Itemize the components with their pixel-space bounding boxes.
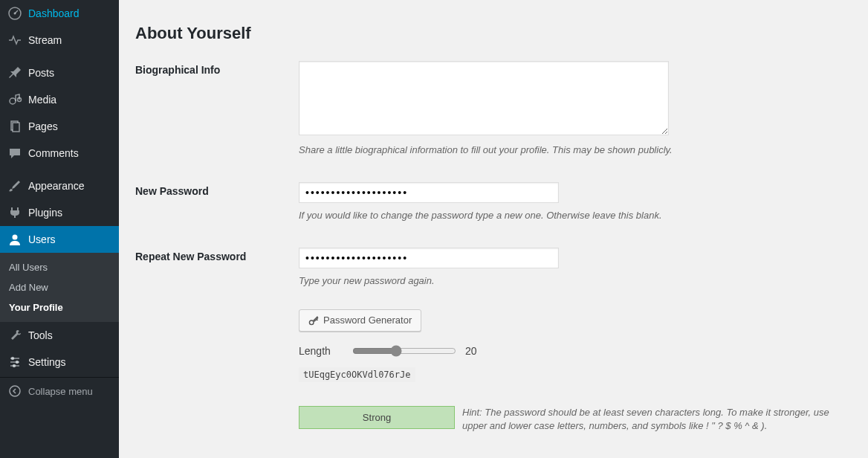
new-password-input[interactable] — [299, 182, 559, 203]
new-password-row: New Password If you would like to change… — [135, 182, 852, 222]
sidebar-item-plugins[interactable]: Plugins — [0, 199, 119, 226]
stream-icon — [7, 33, 22, 48]
collapse-label: Collapse menu — [28, 386, 93, 397]
length-value: 20 — [465, 345, 477, 357]
bio-description: Share a little biographical information … — [299, 143, 852, 157]
sidebar-item-label: Comments — [28, 147, 79, 159]
repeat-password-row: Repeat New Password Type your new passwo… — [135, 248, 852, 433]
brush-icon — [7, 178, 22, 193]
sidebar-item-label: Plugins — [28, 207, 62, 219]
bio-textarea[interactable] — [299, 61, 669, 135]
sidebar-item-label: Media — [28, 94, 56, 106]
sidebar-item-label: Posts — [28, 67, 54, 79]
new-password-label: New Password — [135, 182, 299, 197]
svg-point-1 — [14, 13, 16, 15]
svg-point-9 — [13, 365, 16, 367]
repeat-password-label: Repeat New Password — [135, 248, 299, 262]
svg-rect-5 — [13, 123, 19, 132]
sidebar-item-appearance[interactable]: Appearance — [0, 172, 119, 199]
sidebar-item-stream[interactable]: Stream — [0, 27, 119, 54]
svg-point-2 — [10, 98, 16, 104]
sidebar-item-posts[interactable]: Posts — [0, 59, 119, 86]
media-icon — [7, 92, 22, 107]
sidebar-item-settings[interactable]: Settings — [0, 349, 119, 375]
new-password-description: If you would like to change the password… — [299, 209, 852, 222]
generator-button-label: Password Generator — [323, 315, 412, 326]
collapse-icon — [7, 384, 22, 399]
pin-icon — [7, 65, 22, 80]
svg-point-11 — [309, 320, 314, 325]
length-row: Length 20 — [299, 345, 852, 357]
svg-point-10 — [10, 386, 20, 396]
sidebar-item-label: Dashboard — [28, 7, 80, 19]
sidebar-item-media[interactable]: Media — [0, 86, 119, 113]
svg-point-8 — [16, 361, 19, 364]
svg-point-7 — [12, 358, 14, 360]
sidebar-item-tools[interactable]: Tools — [0, 322, 119, 349]
dashboard-icon — [7, 6, 22, 21]
sidebar-item-label: Settings — [28, 356, 66, 368]
wrench-icon — [7, 328, 22, 343]
sidebar-item-dashboard[interactable]: Dashboard — [0, 0, 119, 27]
user-icon — [7, 232, 22, 247]
sidebar-item-label: Pages — [28, 120, 58, 132]
sidebar-item-users[interactable]: Users — [0, 226, 119, 253]
comment-icon — [7, 146, 22, 161]
admin-sidebar: Dashboard Stream Posts Media Pages Comme… — [0, 0, 119, 458]
strength-row: Strong Hint: The password should be at l… — [299, 406, 852, 433]
bio-row: Biographical Info Share a little biograp… — [135, 61, 852, 157]
sliders-icon — [7, 355, 22, 370]
submenu-all-users[interactable]: All Users — [0, 257, 119, 277]
submenu-your-profile[interactable]: Your Profile — [0, 297, 119, 317]
password-generator-button[interactable]: Password Generator — [299, 309, 421, 332]
svg-point-6 — [13, 235, 18, 240]
sidebar-item-pages[interactable]: Pages — [0, 113, 119, 140]
length-slider[interactable] — [352, 345, 456, 357]
main-content: About Yourself Biographical Info Share a… — [119, 0, 868, 458]
sidebar-item-label: Appearance — [28, 180, 85, 192]
users-submenu: All Users Add New Your Profile — [0, 253, 119, 322]
collapse-menu[interactable]: Collapse menu — [0, 377, 119, 404]
password-hint: Hint: The password should be at least se… — [462, 406, 852, 433]
repeat-password-description: Type your new password again. — [299, 274, 852, 288]
password-strength: Strong — [299, 406, 455, 429]
repeat-password-input[interactable] — [299, 248, 559, 268]
sidebar-item-label: Tools — [28, 329, 53, 341]
submenu-add-new[interactable]: Add New — [0, 277, 119, 297]
generated-password: tUEqgEyc0OKVdl076rJe — [299, 367, 415, 382]
sidebar-item-label: Users — [28, 233, 56, 245]
section-heading: About Yourself — [135, 24, 852, 43]
pages-icon — [7, 119, 22, 134]
bio-label: Biographical Info — [135, 61, 299, 76]
length-label: Length — [299, 345, 343, 357]
plug-icon — [7, 205, 22, 220]
sidebar-item-comments[interactable]: Comments — [0, 140, 119, 167]
sidebar-item-label: Stream — [28, 34, 62, 46]
key-icon — [308, 315, 319, 326]
